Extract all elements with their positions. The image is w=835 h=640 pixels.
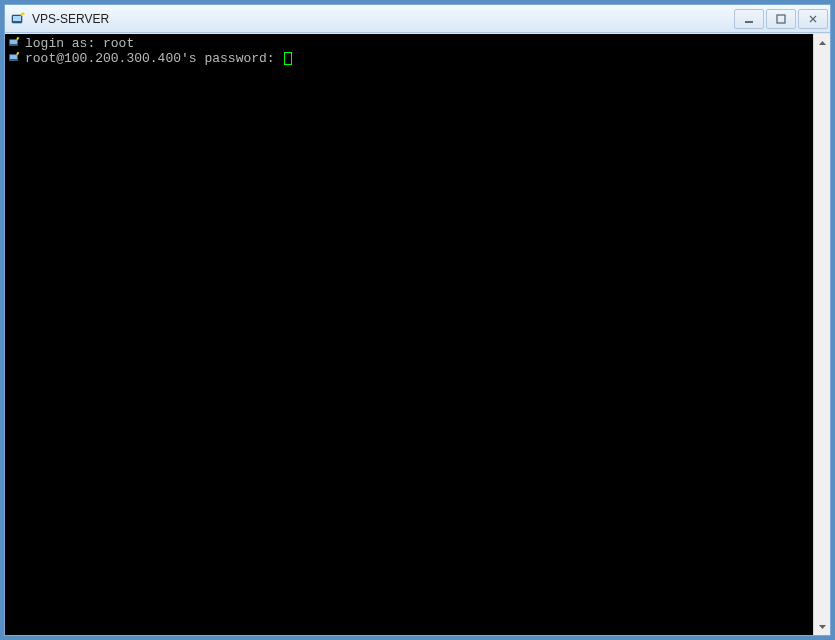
prompt-text: root@100.200.300.400's password: — [25, 51, 282, 66]
svg-rect-7 — [10, 40, 17, 44]
terminal[interactable]: login as: root root@100.200.300.400's pa… — [5, 34, 813, 635]
svg-marker-12 — [819, 41, 826, 45]
prompt-text: login as: — [25, 36, 103, 51]
cursor — [284, 52, 292, 65]
scroll-up-button[interactable] — [814, 34, 830, 51]
input-text: root — [103, 36, 134, 51]
svg-rect-1 — [13, 16, 21, 21]
svg-rect-5 — [777, 15, 785, 23]
window-controls — [732, 9, 828, 29]
terminal-line: root@100.200.300.400's password: — [7, 51, 813, 66]
prompt-icon — [7, 36, 23, 50]
terminal-line: login as: root — [7, 36, 813, 51]
titlebar[interactable]: VPS-SERVER — [5, 5, 830, 33]
putty-icon — [11, 11, 27, 27]
prompt-icon — [7, 51, 23, 65]
terminal-container: login as: root root@100.200.300.400's pa… — [5, 33, 830, 635]
minimize-button[interactable] — [734, 9, 764, 29]
svg-rect-4 — [745, 21, 753, 23]
scroll-down-button[interactable] — [814, 618, 830, 635]
svg-rect-10 — [10, 55, 17, 59]
maximize-button[interactable] — [766, 9, 796, 29]
app-window: VPS-SERVER logi — [4, 4, 831, 636]
close-button[interactable] — [798, 9, 828, 29]
window-title: VPS-SERVER — [32, 11, 732, 27]
scroll-track[interactable] — [814, 51, 830, 618]
vertical-scrollbar[interactable] — [813, 34, 830, 635]
svg-marker-13 — [819, 625, 826, 629]
